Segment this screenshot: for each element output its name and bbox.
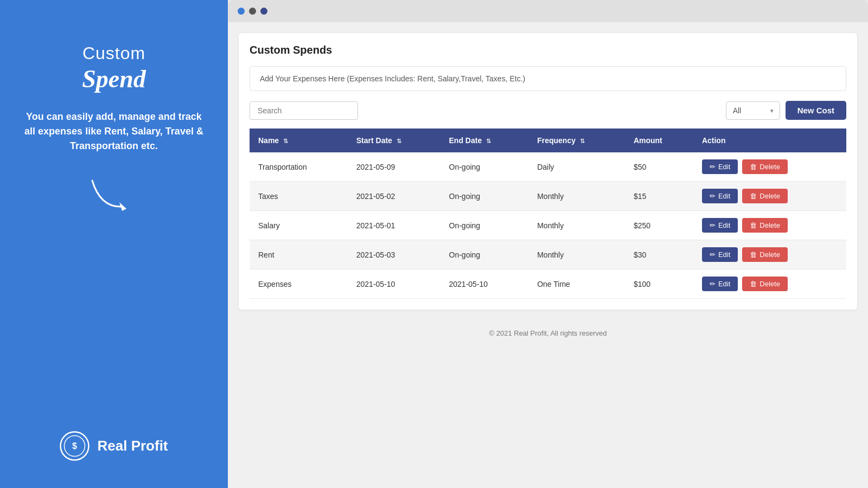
cell-action: ✏ Edit 🗑 Delete: [693, 152, 846, 182]
edit-button[interactable]: ✏ Edit: [702, 247, 738, 262]
copyright-text: © 2021 Real Profit, All rights reserved: [489, 329, 607, 337]
edit-icon: ✏: [710, 163, 716, 171]
table-row: Transportation 2021-05-09 On-going Daily…: [250, 152, 846, 182]
left-content: Custom Spend You can easily add, manage …: [22, 43, 206, 215]
cell-end-date: On-going: [441, 152, 529, 182]
edit-icon: ✏: [710, 221, 716, 229]
cell-start-date: 2021-05-03: [348, 240, 441, 269]
new-cost-button[interactable]: New Cost: [786, 101, 846, 120]
search-input[interactable]: [250, 101, 358, 120]
cell-name: Taxes: [250, 182, 348, 211]
cell-frequency: Monthly: [528, 211, 625, 240]
sort-icon-end: ⇅: [486, 138, 491, 145]
cell-frequency: Monthly: [528, 240, 625, 269]
table-header: Name ⇅ Start Date ⇅ End Date ⇅ Frequency…: [250, 129, 846, 152]
trash-icon: 🗑: [750, 221, 757, 229]
sort-icon-name: ⇅: [283, 138, 288, 145]
cell-action: ✏ Edit 🗑 Delete: [693, 182, 846, 211]
edit-button[interactable]: ✏ Edit: [702, 159, 738, 174]
trash-icon: 🗑: [750, 251, 757, 259]
cell-amount: $100: [625, 269, 693, 299]
info-banner: Add Your Expenses Here (Expenses Include…: [250, 66, 846, 91]
edit-button[interactable]: ✏ Edit: [702, 277, 738, 291]
svg-text:$: $: [73, 441, 78, 451]
cell-end-date: On-going: [441, 240, 529, 269]
cell-frequency: One Time: [528, 269, 625, 299]
trash-icon: 🗑: [750, 163, 757, 171]
cell-name: Salary: [250, 211, 348, 240]
main-card: Custom Spends Add Your Expenses Here (Ex…: [239, 33, 857, 310]
col-action: Action: [693, 129, 846, 152]
cell-start-date: 2021-05-01: [348, 211, 441, 240]
edit-icon: ✏: [710, 280, 716, 288]
cell-amount: $250: [625, 211, 693, 240]
cell-amount: $50: [625, 152, 693, 182]
table-row: Taxes 2021-05-02 On-going Monthly $15 ✏ …: [250, 182, 846, 211]
cell-frequency: Monthly: [528, 182, 625, 211]
table-body: Transportation 2021-05-09 On-going Daily…: [250, 152, 846, 299]
edit-icon: ✏: [710, 192, 716, 200]
cell-start-date: 2021-05-09: [348, 152, 441, 182]
table-row: Rent 2021-05-03 On-going Monthly $30 ✏ E…: [250, 240, 846, 269]
arrow-icon: [90, 175, 138, 213]
brand-logo-icon: $: [60, 431, 90, 461]
cell-name: Rent: [250, 240, 348, 269]
cell-action: ✏ Edit 🗑 Delete: [693, 211, 846, 240]
brand-name-label: Real Profit: [97, 438, 168, 454]
cell-end-date: On-going: [441, 211, 529, 240]
right-panel: Custom Spends Add Your Expenses Here (Ex…: [228, 0, 868, 488]
cell-start-date: 2021-05-02: [348, 182, 441, 211]
filter-select[interactable]: All: [726, 101, 780, 120]
col-frequency: Frequency ⇅: [528, 129, 625, 152]
brand: $ Real Profit: [60, 431, 168, 461]
filter-wrapper: All: [726, 101, 780, 120]
cell-name: Expenses: [250, 269, 348, 299]
cell-name: Transportation: [250, 152, 348, 182]
table-row: Salary 2021-05-01 On-going Monthly $250 …: [250, 211, 846, 240]
expenses-table: Name ⇅ Start Date ⇅ End Date ⇅ Frequency…: [250, 129, 846, 299]
window-dot-red: [238, 8, 245, 15]
edit-button[interactable]: ✏ Edit: [702, 218, 738, 233]
cell-end-date: On-going: [441, 182, 529, 211]
col-name: Name ⇅: [250, 129, 348, 152]
trash-icon: 🗑: [750, 192, 757, 200]
table-header-row: Name ⇅ Start Date ⇅ End Date ⇅ Frequency…: [250, 129, 846, 152]
custom-label: Custom: [22, 43, 206, 63]
window-content: Custom Spends Add Your Expenses Here (Ex…: [228, 22, 868, 488]
delete-button[interactable]: 🗑 Delete: [742, 159, 788, 174]
window-dot-green: [260, 8, 267, 15]
col-end-date: End Date ⇅: [441, 129, 529, 152]
delete-button[interactable]: 🗑 Delete: [742, 247, 788, 262]
window-dot-yellow: [249, 8, 256, 15]
description-text: You can easily add, manage and track all…: [22, 110, 206, 153]
delete-button[interactable]: 🗑 Delete: [742, 277, 788, 291]
cell-frequency: Daily: [528, 152, 625, 182]
cell-action: ✏ Edit 🗑 Delete: [693, 240, 846, 269]
delete-button[interactable]: 🗑 Delete: [742, 189, 788, 203]
sort-icon-start: ⇅: [397, 138, 401, 145]
toolbar: All New Cost: [250, 101, 846, 120]
left-panel: Custom Spend You can easily add, manage …: [0, 0, 228, 488]
edit-icon: ✏: [710, 251, 716, 259]
window-chrome: [228, 0, 868, 22]
spend-label: Spend: [22, 65, 206, 93]
edit-button[interactable]: ✏ Edit: [702, 189, 738, 203]
cell-amount: $15: [625, 182, 693, 211]
cell-end-date: 2021-05-10: [441, 269, 529, 299]
col-start-date: Start Date ⇅: [348, 129, 441, 152]
toolbar-right: All New Cost: [726, 101, 846, 120]
table-row: Expenses 2021-05-10 2021-05-10 One Time …: [250, 269, 846, 299]
cell-amount: $30: [625, 240, 693, 269]
page-title: Custom Spends: [250, 44, 846, 56]
trash-icon: 🗑: [750, 280, 757, 288]
cell-action: ✏ Edit 🗑 Delete: [693, 269, 846, 299]
cell-start-date: 2021-05-10: [348, 269, 441, 299]
delete-button[interactable]: 🗑 Delete: [742, 218, 788, 233]
footer: © 2021 Real Profit, All rights reserved: [228, 320, 868, 346]
sort-icon-freq: ⇅: [580, 138, 585, 145]
col-amount: Amount: [625, 129, 693, 152]
arrow-decoration: [22, 175, 206, 215]
